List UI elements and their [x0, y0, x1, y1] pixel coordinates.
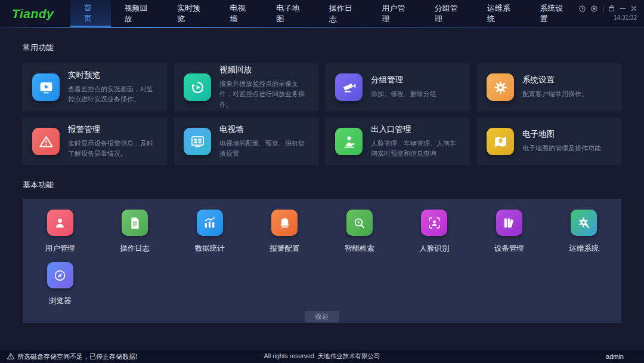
item-data-statistics[interactable]: 数据统计: [172, 210, 247, 254]
system-settings-icon: [487, 73, 514, 101]
item-operation-log[interactable]: 操作日志: [98, 210, 173, 254]
smart-search-icon: [346, 210, 373, 236]
item-user-management[interactable]: 用户管理: [23, 210, 98, 254]
card-entrance-management[interactable]: 出入口管理 人脸管理、车辆管理、人闸车闸实时预览和信息查询: [326, 118, 470, 165]
data-statistics-icon: [197, 210, 223, 236]
alarm-config-icon: [271, 210, 298, 236]
video-playback-icon: [184, 73, 211, 101]
user-management-icon: [47, 210, 73, 236]
card-title: 系统设置: [522, 75, 588, 85]
item-label: 人脸识别: [419, 244, 449, 254]
item-label: 运维系统: [569, 244, 599, 254]
card-group-management[interactable]: 分组管理 添加、修改、删除分组: [326, 63, 470, 111]
item-device-management[interactable]: 设备管理: [472, 210, 547, 254]
card-title: 视频回放: [219, 64, 310, 75]
item-label: 用户管理: [45, 244, 75, 254]
live-preview-icon: [32, 73, 60, 101]
title-bar: Tiandy 首页 视频回放 实时预览 电视墙 电子地图 操作日志 用户管理 分…: [0, 0, 644, 27]
tab-home[interactable]: 首页: [70, 0, 110, 27]
ops-system-icon: [571, 210, 597, 236]
tab-tv-wall[interactable]: 电视墙: [216, 0, 262, 27]
alarm-management-icon: [32, 128, 60, 155]
tab-user-management[interactable]: 用户管理: [368, 0, 420, 27]
card-desc: 电子地图的管理及操作功能: [522, 143, 601, 153]
clock-time: 14:31:32: [614, 14, 637, 21]
entrance-management-icon: [335, 128, 363, 155]
tab-live-preview[interactable]: 实时预览: [163, 0, 216, 27]
tab-video-playback[interactable]: 视频回放: [111, 0, 163, 27]
card-title: 电子地图: [522, 129, 601, 140]
item-browser[interactable]: 浏览器: [23, 262, 98, 306]
card-desc: 人脸管理、车辆管理、人闸车闸实时预览和信息查询: [371, 139, 462, 159]
item-label: 数据统计: [195, 244, 225, 254]
item-alarm-config[interactable]: 报警配置: [247, 210, 323, 254]
card-title: 出入口管理: [371, 124, 462, 135]
e-map-icon: [487, 128, 514, 155]
item-label: 设备管理: [494, 244, 524, 254]
item-smart-search[interactable]: 智能检索: [322, 210, 397, 254]
brand-logo: Tiandy: [0, 0, 70, 27]
common-functions-title: 常用功能: [23, 42, 621, 53]
card-e-map[interactable]: 电子地图 电子地图的管理及操作功能: [477, 118, 621, 165]
tab-e-map[interactable]: 电子地图: [262, 0, 315, 27]
tab-operation-log[interactable]: 操作日志: [315, 0, 368, 27]
item-label: 报警配置: [270, 244, 299, 254]
status-bar: 所选磁盘存储空间不足，已停止存储数据! All rights reserved.…: [0, 350, 644, 363]
face-recognition-icon: [421, 210, 447, 236]
close-icon[interactable]: [631, 5, 637, 11]
group-management-icon: [335, 73, 363, 101]
card-alarm-management[interactable]: 报警管理 实时显示设备报警信息，及时了解设备异常情况。: [23, 118, 167, 165]
app-window: Tiandy 首页 视频回放 实时预览 电视墙 电子地图 操作日志 用户管理 分…: [0, 0, 644, 363]
card-live-preview[interactable]: 实时预览 查看监控点的实况画面，对监控点进行实况业务操作。: [23, 63, 167, 111]
divider: [603, 5, 603, 12]
collapse-button[interactable]: 收起: [305, 311, 339, 322]
card-desc: 电视墙的配置、预览、脱机切换设置: [219, 139, 310, 159]
card-desc: 添加、修改、删除分组: [371, 89, 436, 99]
window-controls: 14:31:32: [579, 0, 644, 27]
card-desc: 配置客户端常用操作。: [522, 89, 588, 99]
card-system-settings[interactable]: 系统设置 配置客户端常用操作。: [477, 63, 621, 111]
item-ops-system[interactable]: 运维系统: [547, 210, 622, 254]
capture-icon[interactable]: [591, 5, 597, 12]
storage-warning: 所选磁盘存储空间不足，已停止存储数据!: [7, 352, 137, 361]
current-user: admin: [606, 353, 637, 360]
basic-functions-title: 基本功能: [23, 180, 621, 190]
main-nav: 首页 视频回放 实时预览 电视墙 电子地图 操作日志 用户管理 分组管理 运维系…: [70, 0, 579, 27]
card-desc: 实时显示设备报警信息，及时了解设备异常情况。: [68, 139, 159, 159]
main-content: 常用功能 实时预览 查看监控点的实况画面，对监控点进行实况业务操作。 视频回放 …: [0, 28, 644, 350]
card-title: 电视墙: [219, 124, 310, 135]
item-label: 浏览器: [49, 296, 72, 306]
tab-group-management[interactable]: 分组管理: [421, 0, 473, 27]
card-video-playback[interactable]: 视频回放 搜索并播放监控点的录像文件，对监控点进行回放业务操作。: [174, 63, 318, 111]
item-label: 智能检索: [345, 244, 374, 254]
item-face-recognition[interactable]: 人脸识别: [397, 210, 472, 254]
operation-log-icon: [122, 210, 148, 236]
tv-wall-icon: [184, 128, 211, 155]
browser-icon: [47, 262, 73, 288]
card-desc: 查看监控点的实况画面，对监控点进行实况业务操作。: [68, 84, 159, 104]
clock-icon[interactable]: [579, 5, 586, 12]
basic-functions-panel: 用户管理 操作日志 数据统计: [23, 199, 621, 323]
device-management-icon: [496, 210, 522, 236]
minimize-icon[interactable]: [620, 5, 626, 11]
tab-ops-system[interactable]: 运维系统: [473, 0, 526, 27]
common-functions-grid: 实时预览 查看监控点的实况画面，对监控点进行实况业务操作。 视频回放 搜索并播放…: [23, 63, 621, 165]
item-label: 操作日志: [120, 244, 150, 254]
card-title: 报警管理: [68, 124, 159, 135]
card-desc: 搜索并播放监控点的录像文件，对监控点进行回放业务操作。: [219, 79, 310, 109]
card-title: 实时预览: [68, 70, 159, 81]
copyright-text: All rights reserved. 天地伟业技术有限公司: [264, 352, 380, 361]
basic-functions-grid: 用户管理 操作日志 数据统计: [23, 210, 621, 306]
lock-icon[interactable]: [609, 7, 614, 11]
card-title: 分组管理: [371, 75, 436, 85]
tab-system-settings[interactable]: 系统设置: [527, 0, 579, 27]
warning-icon: [7, 353, 14, 361]
storage-warning-text: 所选磁盘存储空间不足，已停止存储数据!: [17, 352, 137, 361]
card-tv-wall[interactable]: 电视墙 电视墙的配置、预览、脱机切换设置: [174, 118, 318, 165]
